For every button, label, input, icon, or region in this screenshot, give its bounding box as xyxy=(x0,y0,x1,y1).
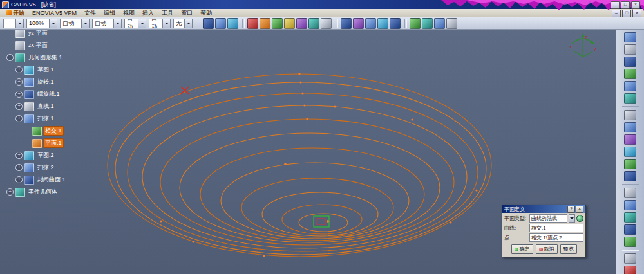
expand-icon[interactable]: + xyxy=(15,164,23,171)
right-toolbar-icon[interactable] xyxy=(624,159,636,169)
right-toolbar-icon[interactable] xyxy=(624,253,636,264)
toolbar-icon[interactable] xyxy=(215,18,226,29)
close-button[interactable]: × xyxy=(631,1,640,9)
right-toolbar-icon[interactable] xyxy=(624,122,636,132)
expand-icon[interactable]: + xyxy=(15,91,23,98)
selected-point-marker[interactable] xyxy=(181,87,189,94)
menu-item-tools[interactable]: 工具 xyxy=(158,9,177,17)
dialog-help-button[interactable]: ? xyxy=(567,206,575,213)
tree-item-revolve1[interactable]: + 旋转.1 xyxy=(0,76,103,88)
toolbar-icon[interactable] xyxy=(308,18,319,29)
toolbar-icon[interactable] xyxy=(321,18,332,29)
right-toolbar-icon[interactable] xyxy=(624,224,636,235)
dropdown-arrow-icon[interactable] xyxy=(569,214,575,223)
document-close-button[interactable]: × xyxy=(632,10,641,17)
tree-item-yz-plane[interactable]: yz 平面 xyxy=(0,30,103,39)
right-toolbar-icon[interactable] xyxy=(624,212,636,223)
toolbar-icon[interactable] xyxy=(446,18,457,29)
none-combo[interactable]: 无 xyxy=(173,19,193,28)
tree-item-zx-plane[interactable]: zx 平面 xyxy=(0,39,103,51)
toolbar-icon[interactable] xyxy=(377,18,388,29)
view-compass-icon[interactable]: z x y xyxy=(568,31,598,59)
expand-icon[interactable]: + xyxy=(6,188,14,196)
right-toolbar-icon[interactable] xyxy=(624,32,636,42)
right-toolbar-icon[interactable] xyxy=(624,266,636,274)
3d-viewport[interactable]: z x y yz 平面 zx 平面 − 几何图形集.1 xyxy=(0,30,616,274)
normal-direction-icon[interactable] xyxy=(576,215,583,222)
toolbar-icon[interactable] xyxy=(227,18,238,29)
menu-start[interactable]: 开始 xyxy=(3,9,28,17)
expand-icon[interactable]: + xyxy=(15,152,23,159)
menu-item-enovia[interactable]: ENOVIA V5 VPM xyxy=(28,10,80,16)
toolbar-icon[interactable] xyxy=(434,18,445,29)
menu-item-insert[interactable]: 插入 xyxy=(138,9,158,17)
plane-preview-marker[interactable] xyxy=(314,216,329,227)
toolbar-icon[interactable] xyxy=(247,18,258,29)
right-toolbar-icon[interactable] xyxy=(624,110,636,120)
tree-item-geometric-set[interactable]: − 几何图形集.1 xyxy=(0,51,103,64)
right-toolbar-icon[interactable] xyxy=(624,44,636,55)
zoom-combo[interactable]: 100% xyxy=(26,19,57,28)
tree-item-helix1[interactable]: + 螺旋线.1 xyxy=(0,88,103,100)
toolbar-icon[interactable] xyxy=(203,18,214,29)
menu-item-view[interactable]: 视图 xyxy=(119,9,138,17)
toolbar-icon[interactable] xyxy=(341,18,352,29)
toolbar-icon[interactable] xyxy=(260,18,270,29)
right-toolbar-icon[interactable] xyxy=(624,147,636,157)
minimize-button[interactable]: – xyxy=(611,1,620,9)
toolbar-icon[interactable] xyxy=(365,18,376,29)
toolbar-icon[interactable] xyxy=(422,18,433,29)
auto-combo-3[interactable]: 自动 xyxy=(124,19,146,28)
tree-item-sketch1[interactable]: + 草图.1 xyxy=(0,64,103,76)
toolbar-icon[interactable] xyxy=(272,18,283,29)
menu-item-edit[interactable]: 编辑 xyxy=(100,9,119,17)
tree-item-close-surface1[interactable]: + 封闭曲面.1 xyxy=(0,174,103,186)
right-toolbar-icon[interactable] xyxy=(624,93,636,104)
document-minimize-button[interactable]: – xyxy=(612,10,621,17)
cancel-button[interactable]: 取消 xyxy=(536,244,558,254)
auto-combo-4[interactable]: 自动 xyxy=(149,19,171,28)
dialog-title-bar[interactable]: 平面定义 ? × xyxy=(502,205,585,213)
expand-icon[interactable]: + xyxy=(15,66,23,73)
tree-item-sweep2[interactable]: + 扫掠.2 xyxy=(0,161,103,174)
point-field[interactable]: 相交.1\顶点.2 xyxy=(529,233,583,242)
tree-item-partbody[interactable]: + 零件几何体 xyxy=(0,186,103,198)
menu-item-file[interactable]: 文件 xyxy=(80,9,100,17)
title-bar[interactable]: CATIA V5 - [缺省] xyxy=(0,0,644,9)
right-toolbar-icon[interactable] xyxy=(624,171,636,181)
expand-icon[interactable]: + xyxy=(15,115,23,122)
tree-item-sketch2[interactable]: + 草图.2 xyxy=(0,149,103,161)
toolbar-icon[interactable] xyxy=(390,18,401,29)
auto-combo-1[interactable]: 自动 xyxy=(60,19,90,28)
right-toolbar-icon[interactable] xyxy=(624,81,636,91)
style-filter-combo[interactable] xyxy=(3,19,24,28)
toolbar-icon[interactable] xyxy=(284,18,295,29)
menu-item-help[interactable]: 帮助 xyxy=(196,9,216,17)
tree-item-sweep1[interactable]: + 扫掠.1 xyxy=(0,113,103,125)
expand-icon[interactable]: + xyxy=(15,78,23,86)
right-toolbar-icon[interactable] xyxy=(624,188,636,198)
preview-button[interactable]: 预览 xyxy=(560,244,577,254)
plane-type-select[interactable]: 曲线的法线 xyxy=(529,214,567,223)
right-toolbar-icon[interactable] xyxy=(624,237,636,247)
dialog-close-button[interactable]: × xyxy=(576,206,583,213)
tree-item-intersect1[interactable]: 相交.1 xyxy=(0,125,103,137)
right-toolbar-icon[interactable] xyxy=(624,57,636,67)
right-toolbar-icon[interactable] xyxy=(624,200,636,210)
tree-item-line1[interactable]: + 直线.1 xyxy=(0,100,103,113)
ok-button[interactable]: 确定 xyxy=(511,244,533,254)
right-toolbar-icon[interactable] xyxy=(624,134,636,145)
collapse-icon[interactable]: − xyxy=(6,54,14,61)
curve-field[interactable]: 相交.1 xyxy=(529,224,583,232)
toolbar-icon[interactable] xyxy=(410,18,421,29)
menu-item-window[interactable]: 窗口 xyxy=(177,9,196,17)
maximize-button[interactable]: □ xyxy=(621,1,630,9)
expand-icon[interactable]: + xyxy=(15,176,23,183)
tree-item-plane1[interactable]: 平面.1 xyxy=(0,137,103,149)
document-maximize-button[interactable]: □ xyxy=(622,10,631,17)
expand-icon[interactable]: + xyxy=(15,103,23,110)
auto-combo-2[interactable]: 自动 xyxy=(92,19,122,28)
right-toolbar-icon[interactable] xyxy=(624,69,636,79)
toolbar-icon[interactable] xyxy=(353,18,364,29)
toolbar-icon[interactable] xyxy=(296,18,307,29)
